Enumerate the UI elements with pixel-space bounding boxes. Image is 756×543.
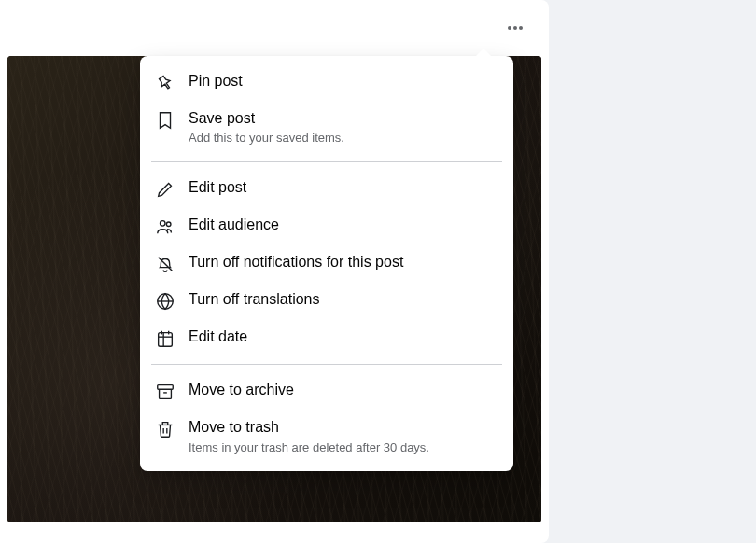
menu-label: Turn off notifications for this post — [189, 252, 403, 272]
svg-point-0 — [508, 26, 511, 30]
menu-label: Save post — [189, 108, 344, 129]
menu-item-turn-off-notifications[interactable]: Turn off notifications for this post — [147, 244, 506, 282]
bell-off-icon — [155, 254, 175, 274]
svg-point-2 — [519, 26, 523, 30]
menu-label: Move to archive — [189, 380, 294, 400]
menu-item-pin-post[interactable]: Pin post — [147, 63, 506, 101]
svg-point-1 — [513, 26, 517, 30]
post-header — [0, 0, 549, 56]
menu-item-edit-audience[interactable]: Edit audience — [147, 207, 506, 244]
menu-item-turn-off-translations[interactable]: Turn off translations — [147, 282, 506, 319]
svg-point-4 — [166, 222, 171, 227]
svg-rect-12 — [158, 385, 174, 390]
people-icon — [155, 216, 175, 237]
bookmark-icon — [155, 110, 175, 131]
menu-label: Pin post — [189, 71, 243, 91]
menu-label: Move to trash — [189, 417, 429, 438]
calendar-icon — [155, 328, 175, 349]
pin-icon — [155, 73, 175, 93]
menu-sublabel: Items in your trash are deleted after 30… — [189, 440, 429, 456]
menu-item-save-post[interactable]: Save post Add this to your saved items. — [147, 101, 506, 154]
menu-item-move-to-archive[interactable]: Move to archive — [147, 372, 506, 410]
more-options-button[interactable] — [498, 11, 532, 45]
post-options-menu: Pin post Save post Add this to your save… — [140, 56, 513, 471]
archive-icon — [155, 382, 175, 402]
menu-item-edit-post[interactable]: Edit post — [147, 170, 506, 207]
trash-icon — [155, 419, 175, 439]
menu-divider — [151, 364, 502, 365]
menu-divider — [151, 161, 502, 162]
menu-sublabel: Add this to your saved items. — [189, 131, 344, 146]
svg-point-3 — [161, 221, 166, 227]
menu-label: Turn off translations — [189, 289, 320, 310]
menu-label: Edit audience — [189, 215, 279, 235]
ellipsis-icon — [506, 19, 525, 37]
menu-label: Edit post — [189, 177, 246, 198]
pencil-icon — [155, 179, 175, 200]
menu-item-move-to-trash[interactable]: Move to trash Items in your trash are de… — [147, 410, 506, 463]
menu-item-edit-date[interactable]: Edit date — [147, 319, 506, 356]
menu-label: Edit date — [189, 327, 247, 347]
svg-rect-7 — [159, 333, 173, 347]
globe-icon — [155, 291, 175, 312]
